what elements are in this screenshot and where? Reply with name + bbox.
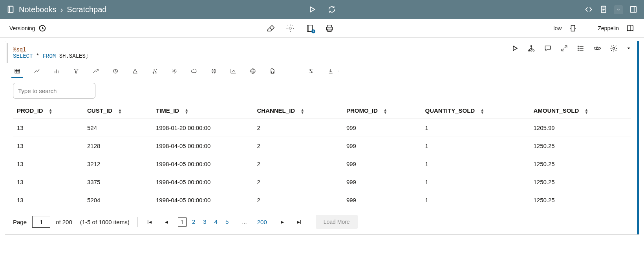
settings-sliders-icon[interactable] [307,68,315,77]
code-magic: %sql [13,47,26,53]
sparkle-icon[interactable] [286,24,295,33]
expand-icon[interactable] [560,44,568,52]
svg-point-57 [153,72,154,73]
svg-point-44 [613,48,615,49]
column-header[interactable]: TIME_ID ▲▼ [152,102,253,119]
table-cell: 13 [13,191,83,209]
table-cell: 524 [83,119,152,137]
page-number[interactable]: 4 [212,218,220,227]
viz-pie-icon[interactable] [111,68,120,77]
prev-page-icon[interactable]: ◂ [163,219,169,225]
page-ellipsis: ... [240,218,249,226]
print-icon[interactable] [325,24,334,33]
column-header[interactable]: QUANTITY_SOLD ▲▼ [421,102,530,119]
results-table: PROD_ID ▲▼CUST_ID ▲▼TIME_ID ▲▼CHANNEL_ID… [13,102,631,209]
search-input[interactable] [13,83,95,99]
folder-tab-icon[interactable] [614,5,623,14]
sort-icon[interactable]: ▲▼ [118,108,122,114]
viz-scatter-icon[interactable] [150,68,159,77]
svg-marker-2 [310,7,315,12]
viz-boxplot-icon[interactable] [209,68,218,77]
first-page-icon[interactable]: I◂ [146,219,153,225]
table-cell: 2 [253,119,342,137]
svg-point-60 [156,69,157,70]
table-row: 1352041998-04-05 00:00:00299911250.25 [13,191,631,209]
document-icon[interactable] [599,5,608,14]
eye-icon[interactable] [593,44,601,52]
sort-icon[interactable]: ▲▼ [584,108,588,114]
table-cell: 999 [342,155,421,173]
svg-rect-0 [8,6,13,13]
breadcrumb-current[interactable]: Scratchpad [67,5,106,14]
column-header[interactable]: PROMO_ID ▲▼ [342,102,421,119]
svg-point-28 [531,46,532,47]
sort-icon[interactable]: ▲▼ [300,108,304,114]
svg-point-42 [578,50,579,51]
last-page-number[interactable]: 200 [255,218,269,226]
sort-icon[interactable]: ▲▼ [185,108,188,114]
load-more-button[interactable]: Load More [316,215,358,229]
viz-cloud-icon[interactable] [190,68,198,77]
table-cell: 1998-01-20 00:00:00 [152,119,253,137]
viz-sunburst-icon[interactable] [170,68,179,77]
table-cell: 1250.25 [529,155,631,173]
cell-accent [637,41,639,234]
svg-line-34 [531,48,534,50]
svg-point-41 [578,48,579,49]
table-row: 1333751998-04-05 00:00:00299911250.25 [13,173,631,191]
viz-bar-icon[interactable] [52,68,61,77]
column-header[interactable]: PROD_ID ▲▼ [13,102,83,119]
table-row: 135241998-01-20 00:00:00299911205.99 [13,119,631,137]
page-input[interactable] [32,216,50,228]
versioning-button[interactable]: Versioning [9,24,47,33]
last-page-icon[interactable]: ▸I [296,219,303,225]
dependency-tree-icon[interactable] [527,44,535,52]
column-header[interactable]: CHANNEL_ID ▲▼ [253,102,342,119]
sort-icon[interactable]: ▲▼ [480,108,484,114]
viz-scatter2-icon[interactable] [229,68,238,77]
svg-point-61 [153,73,154,73]
column-header[interactable]: CUST_ID ▲▼ [83,102,152,119]
page-number[interactable]: 1 [178,218,187,227]
viz-area-icon[interactable] [91,68,100,77]
run-paragraph-icon[interactable] [511,44,519,52]
code-icon[interactable] [584,5,593,14]
viz-globe-icon[interactable] [249,68,257,77]
viz-funnel-icon[interactable] [72,68,80,77]
svg-point-81 [233,70,233,70]
eraser-icon[interactable] [266,24,275,33]
svg-rect-72 [212,70,213,72]
chevron-down-icon[interactable] [626,44,631,52]
viz-line-icon[interactable] [33,68,41,77]
svg-point-40 [578,46,579,47]
run-all-icon[interactable] [308,5,317,14]
comment-icon[interactable] [544,44,552,52]
svg-rect-7 [631,7,637,13]
page-number[interactable]: 3 [201,218,209,227]
dependency-icon[interactable]: + [306,24,314,33]
refresh-icon[interactable] [327,5,336,14]
page-number[interactable]: 2 [190,218,198,227]
notebook-icon [6,5,15,14]
book-icon[interactable] [626,24,635,33]
table-cell: 1250.25 [529,173,631,191]
table-cell: 13 [13,173,83,191]
panel-layout-icon[interactable] [629,5,638,14]
next-page-icon[interactable]: ▸ [280,219,285,225]
width-icon[interactable] [569,24,577,33]
chevron-down-icon[interactable] [337,70,340,74]
table-cell: 1250.25 [529,191,631,209]
page-of-label: of 200 [56,219,72,225]
download-icon[interactable] [326,68,335,77]
sort-icon[interactable]: ▲▼ [49,108,53,114]
table-cell: 2 [253,137,342,155]
gear-icon[interactable] [610,44,618,52]
viz-html-icon[interactable] [268,68,277,77]
viz-table-icon[interactable] [13,68,22,77]
list-icon[interactable] [577,44,585,52]
sort-icon[interactable]: ▲▼ [383,108,387,114]
column-header[interactable]: AMOUNT_SOLD ▲▼ [529,102,631,119]
viz-pyramid-icon[interactable] [131,68,139,77]
breadcrumb-root[interactable]: Notebooks [19,5,57,14]
page-number[interactable]: 5 [223,218,231,227]
